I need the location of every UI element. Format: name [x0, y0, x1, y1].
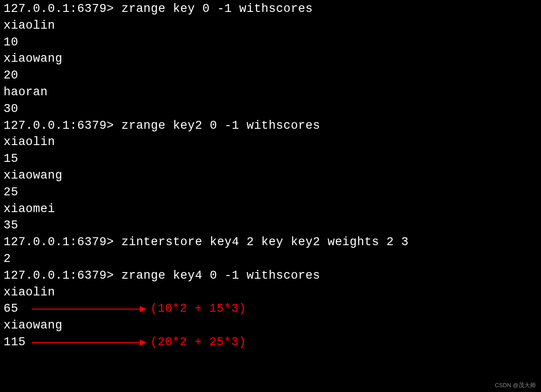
command-text: zinterstore key4 2 key key2 weights 2 3	[121, 235, 408, 249]
prompt: 127.0.0.1:6379>	[4, 269, 121, 282]
output-line: xiaomei	[4, 201, 537, 218]
output-line: xiaowang	[4, 168, 537, 184]
output-line: 20	[4, 67, 537, 84]
command-text: zrange key 0 -1 withscores	[121, 2, 313, 15]
command-text: zrange key4 0 -1 withscores	[121, 269, 320, 282]
arrow-icon	[32, 340, 147, 346]
output-line: 25	[4, 184, 537, 201]
command-text: zrange key2 0 -1 withscores	[121, 119, 320, 132]
output-line: 30	[4, 101, 537, 118]
output-line: xiaowang	[4, 51, 537, 67]
output-line: xiaolin	[4, 284, 537, 301]
output-line: 10	[4, 34, 537, 51]
arrow-icon	[32, 306, 147, 312]
output-score: 65	[4, 301, 26, 317]
prompt: 127.0.0.1:6379>	[4, 119, 121, 132]
output-score: 115	[4, 334, 26, 351]
command-line-1[interactable]: 127.0.0.1:6379> zrange key 0 -1 withscor…	[4, 1, 537, 18]
prompt: 127.0.0.1:6379>	[4, 2, 121, 15]
output-line: 2	[4, 251, 537, 268]
annotated-score-row: 115 (20*2 + 25*3)	[4, 334, 537, 351]
command-line-4[interactable]: 127.0.0.1:6379> zrange key4 0 -1 withsco…	[4, 268, 537, 284]
output-line: xiaolin	[4, 18, 537, 34]
prompt: 127.0.0.1:6379>	[4, 235, 121, 249]
output-line: xiaowang	[4, 317, 537, 334]
calculation-annotation: (20*2 + 25*3)	[150, 334, 246, 351]
calculation-annotation: (10*2 + 15*3)	[150, 301, 246, 317]
annotated-score-row: 65 (10*2 + 15*3)	[4, 301, 537, 317]
command-line-2[interactable]: 127.0.0.1:6379> zrange key2 0 -1 withsco…	[4, 118, 537, 134]
watermark: CSDN @茂大师	[495, 381, 536, 389]
command-line-3[interactable]: 127.0.0.1:6379> zinterstore key4 2 key k…	[4, 234, 537, 251]
output-line: xiaolin	[4, 134, 537, 151]
output-line: haoran	[4, 84, 537, 101]
output-line: 15	[4, 151, 537, 168]
output-line: 35	[4, 217, 537, 234]
